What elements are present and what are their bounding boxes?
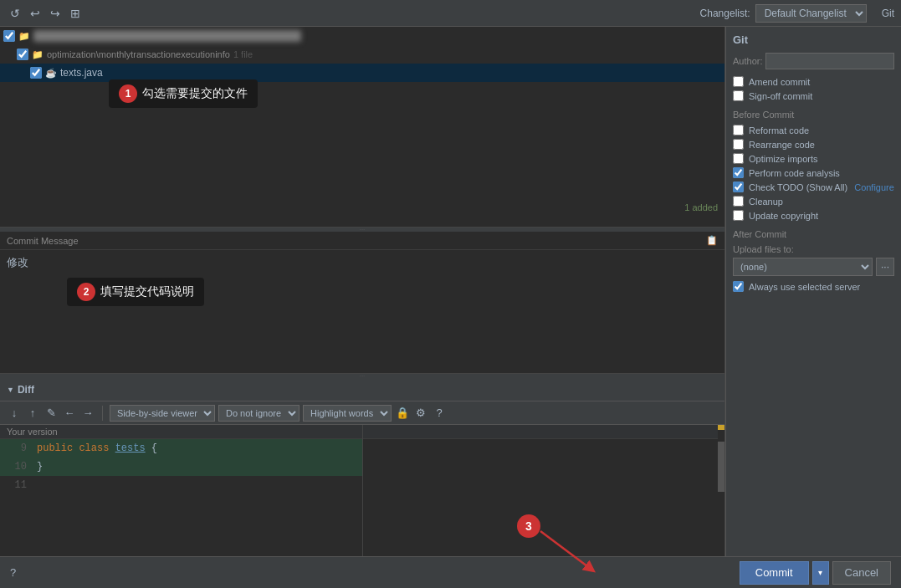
sign-off-label: Sign-off commit <box>749 91 812 101</box>
upload-more-button[interactable]: ··· <box>876 258 894 276</box>
diff-your-version-label: Your version <box>0 425 362 439</box>
annotation-step1: 1 勾选需要提交的文件 <box>109 84 159 104</box>
diff-collapse-icon[interactable]: ▼ <box>7 386 14 394</box>
file-count-label: 1 file <box>233 49 253 59</box>
toolbar-icon-redo[interactable]: ↪ <box>47 5 64 22</box>
diff-section-header: ▼ Diff <box>0 378 724 401</box>
diff-ignore-select[interactable]: Do not ignore <box>218 405 299 422</box>
diff-marker-yellow <box>718 425 724 430</box>
diff-code-line-10: 10 } <box>0 458 362 476</box>
cleanup-checkbox[interactable] <box>733 196 744 207</box>
author-input[interactable] <box>765 53 894 69</box>
help-button[interactable]: ? <box>10 566 16 579</box>
diff-toolbar: ↓ ↑ ✎ ← → Side-by-side viewer Do not ign… <box>0 401 724 425</box>
check-todo-row[interactable]: Check TODO (Show All) Configure <box>733 182 894 192</box>
git-section-title: Git <box>733 33 894 46</box>
commit-message-area: Commit Message 📋 修改 2 填写提交代码说明 <box>0 232 724 374</box>
changelist-label: Changelist: <box>700 8 750 19</box>
upload-select[interactable]: (none) <box>733 258 873 276</box>
diff-icon-back[interactable]: ← <box>62 406 77 421</box>
diff-scrollbar-thumb[interactable] <box>718 442 724 492</box>
diff-icon-lock[interactable]: 🔒 <box>395 406 410 421</box>
perform-code-analysis-row[interactable]: Perform code analysis <box>733 167 894 178</box>
amend-commit-checkbox[interactable] <box>733 76 744 87</box>
commit-arrow-button[interactable]: ▾ <box>812 561 829 585</box>
check-todo-label: Check TODO (Show All) <box>749 182 847 192</box>
diff-line-num-10: 10 <box>7 461 27 473</box>
diff-code-line-9: 9 public class tests { <box>0 439 362 458</box>
bottom-bar: ? Commit ▾ Cancel <box>0 556 901 588</box>
optimize-imports-label: Optimize imports <box>749 154 818 164</box>
file-checkbox-sub[interactable] <box>17 49 28 60</box>
diff-other-version-label <box>363 425 725 439</box>
tree-label-blurred <box>33 30 301 42</box>
perform-code-analysis-label: Perform code analysis <box>749 168 840 178</box>
folder-icon: 📁 <box>18 31 30 42</box>
optimize-imports-row[interactable]: Optimize imports <box>733 153 894 164</box>
author-label: Author: <box>733 56 762 66</box>
diff-line-num-11: 11 <box>7 479 27 491</box>
sign-off-checkbox[interactable] <box>733 90 744 101</box>
optimize-imports-checkbox[interactable] <box>733 153 744 164</box>
file-added-badge: 1 added <box>684 202 718 212</box>
annotation-step2: 2 填写提交代码说明 <box>67 282 117 302</box>
diff-icon-settings[interactable]: ⚙ <box>413 406 428 421</box>
update-copyright-checkbox[interactable] <box>733 210 744 221</box>
arrow-step3 <box>532 527 599 580</box>
diff-icon-help[interactable]: ? <box>432 406 447 421</box>
java-file-icon: ☕ <box>45 68 57 79</box>
toolbar-right: Changelist: Default Changelist Git <box>700 4 894 23</box>
tree-row[interactable]: 📁 <box>0 27 724 45</box>
tree-row-file[interactable]: ☕ texts.java <box>0 64 724 82</box>
file-checkbox-texts[interactable] <box>30 67 42 79</box>
cancel-button[interactable]: Cancel <box>832 561 891 585</box>
diff-highlight-select[interactable]: Highlight words <box>303 405 392 422</box>
amend-commit-row[interactable]: Amend commit <box>733 76 894 87</box>
diff-icon-edit[interactable]: ✎ <box>44 406 59 421</box>
rearrange-code-checkbox[interactable] <box>733 139 744 150</box>
always-use-server-row[interactable]: Always use selected server <box>733 281 894 292</box>
diff-line-num-9: 9 <box>7 442 27 454</box>
diff-icon-forward[interactable]: → <box>80 406 95 421</box>
tree-row[interactable]: 📁 optimization\monthlytransactionexecuti… <box>0 45 724 64</box>
configure-link[interactable]: Configure <box>854 182 894 192</box>
diff-viewer-select[interactable]: Side-by-side viewer <box>110 405 215 422</box>
diff-code-content-10: } <box>37 461 43 473</box>
diff-icon-up[interactable]: ↑ <box>25 406 40 421</box>
cleanup-label: Cleanup <box>749 197 783 207</box>
sign-off-row[interactable]: Sign-off commit <box>733 90 894 101</box>
toolbar-icon-grid[interactable]: ⊞ <box>67 5 84 22</box>
commit-button[interactable]: Commit <box>740 561 809 585</box>
tree-label-file: texts.java <box>60 67 103 79</box>
toolbar-sep-1 <box>102 406 103 421</box>
left-panel: 📁 📁 optimization\monthlytransactionexecu… <box>0 27 725 588</box>
reformat-code-label: Reformat code <box>749 125 809 135</box>
check-todo-checkbox[interactable] <box>733 182 744 192</box>
rearrange-code-label: Rearrange code <box>749 140 815 150</box>
step2-text: 填写提交代码说明 <box>100 284 194 299</box>
diff-code-line-11: 11 <box>0 476 362 494</box>
reformat-code-checkbox[interactable] <box>733 125 744 135</box>
toolbar-icon-refresh[interactable]: ↺ <box>7 5 23 22</box>
diff-icon-down[interactable]: ↓ <box>7 406 22 421</box>
annotation-tooltip-1: 1 勾选需要提交的文件 <box>109 79 258 108</box>
perform-code-analysis-checkbox[interactable] <box>733 167 744 178</box>
folder-icon: 📁 <box>32 49 44 60</box>
commit-message-icon[interactable]: 📋 <box>706 235 718 246</box>
upload-row: (none) ··· <box>733 258 894 276</box>
diff-title: Diff <box>18 384 34 396</box>
main-layout: 📁 📁 optimization\monthlytransactionexecu… <box>0 27 901 588</box>
always-use-server-checkbox[interactable] <box>733 281 744 292</box>
reformat-code-row[interactable]: Reformat code <box>733 125 894 135</box>
annotation-tooltip-2: 2 填写提交代码说明 <box>67 278 204 306</box>
rearrange-code-row[interactable]: Rearrange code <box>733 139 894 150</box>
commit-message-label: Commit Message <box>7 236 79 246</box>
cleanup-row[interactable]: Cleanup <box>733 196 894 207</box>
file-tree: 📁 📁 optimization\monthlytransactionexecu… <box>0 27 724 228</box>
changelist-select[interactable]: Default Changelist <box>755 4 867 23</box>
file-checkbox-root[interactable] <box>3 30 15 42</box>
update-copyright-row[interactable]: Update copyright <box>733 210 894 221</box>
toolbar-icon-undo[interactable]: ↩ <box>27 5 44 22</box>
step1-badge: 1 <box>119 84 137 103</box>
author-row: Author: <box>733 53 894 69</box>
